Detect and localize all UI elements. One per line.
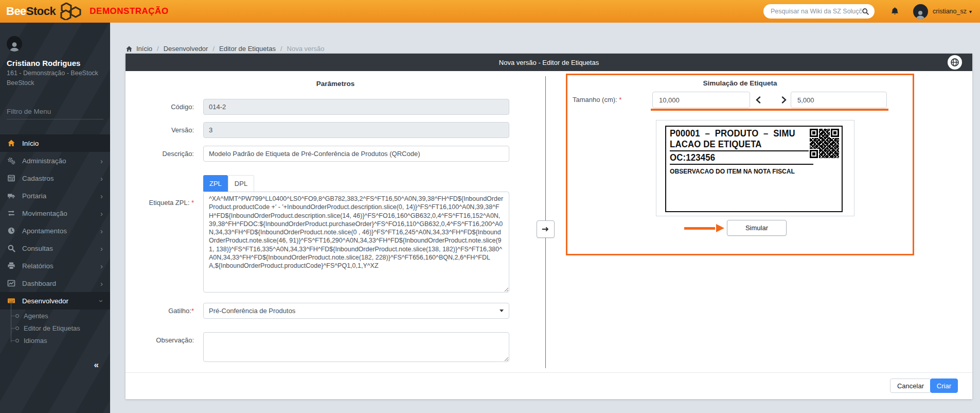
home-icon: [7, 139, 15, 147]
gatilho-select[interactable]: Pré-Conferência de Produtos: [203, 303, 509, 319]
submenu-item-editor-de-etiquetas[interactable]: Editor de Etiquetas: [0, 322, 110, 334]
submenu-item-idiomas[interactable]: Idiomas: [0, 334, 110, 347]
sidebar-item-label: Relatórios: [22, 262, 54, 270]
bell-icon: [890, 7, 900, 16]
honeycomb-icon: [58, 3, 81, 20]
label-width-input[interactable]: [652, 92, 750, 108]
sidebar-item-desenvolvedor[interactable]: Desenvolvedor: [0, 292, 110, 309]
sidebar-user-company: BeeStock: [7, 79, 106, 87]
descricao-label: Descrição:: [126, 150, 194, 158]
label-height-input[interactable]: [791, 92, 887, 108]
user-avatar[interactable]: [913, 4, 928, 19]
keyboard-icon: [7, 297, 15, 305]
submenu-item-label: Agentes: [24, 312, 48, 320]
versao-input: [203, 122, 509, 138]
etiqueta-zpl-label: Etiqueta ZPL: *: [126, 199, 194, 206]
sidebar-avatar: [7, 36, 22, 51]
username: cristiano_sz: [933, 8, 967, 15]
annotation-underline: [651, 109, 888, 111]
chart-line-icon: [7, 279, 15, 287]
sidebar-item-inicio[interactable]: Início: [0, 134, 110, 152]
sidebar-item-label: Apontamentos: [22, 227, 67, 235]
submenu-item-agentes[interactable]: Agentes: [0, 309, 110, 322]
panel-header: Nova versão - Editor de Etiquetas: [126, 54, 972, 71]
sidebar-user-org: 161 - Demonstração - BeeStock: [7, 69, 106, 77]
sidebar-item-label: Dashboard: [22, 280, 56, 287]
zpl-code-textarea[interactable]: ^XA^MMT^PW799^LL0400^LS0^FO9,8^GB782,383…: [203, 192, 509, 292]
sidebar-item-consultas[interactable]: Consultas: [0, 239, 110, 257]
exchange-arrows-icon: [7, 209, 15, 217]
sidebar-item-dashboard[interactable]: Dashboard: [0, 274, 110, 292]
observacao-label: Observação:: [126, 332, 194, 344]
codigo-input: [203, 99, 509, 115]
label-preview: P00001 – PRODUTO – SIMU LACAO DE ETIQUET…: [665, 126, 843, 212]
sidebar-item-label: Cadastros: [22, 175, 54, 182]
person-icon: [915, 10, 925, 19]
sidebar-menu: Início Administração Cadastros: [0, 134, 110, 309]
sidebar-item-administracao[interactable]: Administração: [0, 152, 110, 169]
breadcrumb-desenvolvedor[interactable]: Desenvolvedor: [164, 45, 219, 53]
search-icon: [862, 8, 869, 15]
size-steppers: [755, 92, 787, 108]
sidebar-item-relatorios[interactable]: Relatórios: [0, 257, 110, 274]
breadcrumb-inicio[interactable]: Início: [126, 45, 164, 53]
desenvolvedor-submenu: Agentes Editor de Etiquetas Idiomas: [0, 309, 110, 351]
chevron-right-button[interactable]: [781, 96, 787, 104]
sidebar: Cristiano Rodrigues 161 - Demonstração -…: [0, 23, 110, 413]
person-icon: [9, 41, 20, 51]
label-line-4: OBSERVACAO DO ITEM NA NOTA FISCAL: [670, 166, 798, 176]
notifications-button[interactable]: [890, 7, 900, 16]
sidebar-item-cadastros[interactable]: Cadastros: [0, 169, 110, 187]
logo-bee-text: Bee: [6, 5, 26, 18]
printer-icon: [7, 262, 15, 270]
bullet-icon: [15, 314, 19, 318]
chevron-right-icon: [100, 245, 103, 252]
submenu-item-label: Idiomas: [24, 337, 47, 345]
qr-code: [810, 129, 839, 158]
simular-button[interactable]: Simular: [727, 220, 787, 236]
bullet-icon: [15, 339, 19, 342]
breadcrumb-editor-de-etiquetas[interactable]: Editor de Etiquetas: [219, 45, 287, 53]
chevron-left-button[interactable]: [755, 96, 761, 104]
tab-dpl[interactable]: DPL: [228, 175, 254, 192]
wiki-search-input[interactable]: [771, 8, 862, 15]
tab-zpl[interactable]: ZPL: [203, 175, 228, 192]
language-globe-button[interactable]: [948, 55, 962, 70]
chevron-right-icon: [100, 210, 103, 217]
chevron-right-icon: [100, 280, 103, 287]
panel-footer: Cancelar Criar: [126, 372, 972, 399]
sidebar-item-label: Movimentação: [22, 210, 67, 217]
sidebar-collapse-button[interactable]: [94, 360, 99, 370]
panel-title: Nova versão - Editor de Etiquetas: [499, 59, 599, 66]
label-line-3: OC:123456: [670, 152, 813, 165]
globe-icon: [950, 58, 959, 67]
sidebar-item-portaria[interactable]: Portaria: [0, 187, 110, 204]
top-header: BeeStock DEMONSTRAÇÃO: [0, 0, 980, 23]
criar-button[interactable]: Criar: [930, 378, 958, 393]
search-icon: [7, 244, 15, 252]
beestock-logo: BeeStock: [6, 3, 81, 20]
logo-stock-text: Stock: [26, 5, 56, 18]
transfer-to-simulation-button[interactable]: [537, 220, 555, 238]
bullet-icon: [15, 326, 19, 330]
observacao-textarea[interactable]: [203, 332, 509, 362]
user-menu[interactable]: cristiano_sz: [933, 8, 972, 15]
sidebar-item-label: Desenvolvedor: [22, 297, 68, 305]
cancelar-button[interactable]: Cancelar: [890, 378, 931, 393]
sidebar-user-name: Cristiano Rodrigues: [7, 59, 106, 67]
sidebar-item-apontamentos[interactable]: Apontamentos: [0, 222, 110, 239]
label-line-1: P00001 – PRODUTO – SIMU: [670, 128, 798, 139]
gatilho-label: Gatilho:*: [126, 307, 194, 315]
label-line-2: LACAO DE ETIQUETA: [670, 139, 813, 151]
truck-icon: [7, 192, 15, 200]
wiki-search: [763, 4, 875, 19]
chevron-down-icon: [100, 297, 103, 305]
environment-label: DEMONSTRAÇÃO: [90, 6, 168, 16]
sidebar-item-movimentacao[interactable]: Movimentação: [0, 204, 110, 222]
home-icon: [126, 45, 133, 53]
descricao-input[interactable]: [203, 146, 509, 162]
parameters-section-title: Parâmetros: [126, 80, 545, 88]
sidebar-item-label: Portaria: [22, 192, 46, 200]
chevron-right-icon: [100, 157, 103, 165]
menu-filter-input[interactable]: [7, 104, 103, 119]
